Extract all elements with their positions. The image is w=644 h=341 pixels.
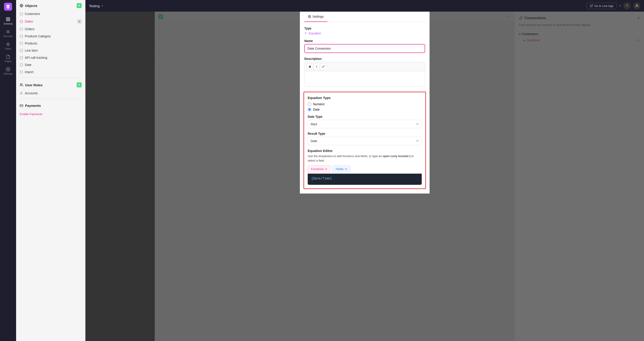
equation-editor-title: Equation Editor: [308, 149, 422, 153]
dates-collapse-button[interactable]: ▼: [77, 19, 82, 24]
accounts-icon: [20, 92, 23, 95]
svg-point-10: [20, 28, 23, 31]
svg-rect-3: [8, 20, 10, 21]
description-input[interactable]: [304, 71, 425, 87]
user-avatar[interactable]: [633, 2, 640, 9]
go-live-button[interactable]: Go to Live App: [586, 3, 617, 9]
sidebar-item-line-item[interactable]: Line Item: [16, 47, 85, 54]
svg-point-8: [20, 12, 23, 15]
sidebar-divider-1: [20, 77, 82, 77]
sidebar-item-schema[interactable]: Schema: [1, 15, 15, 27]
date-label: Date: [25, 63, 32, 67]
sidebar-item-tasks[interactable]: Tasks: [1, 40, 15, 52]
italic-button[interactable]: I: [314, 63, 320, 70]
objects-header-label: Objects: [25, 4, 37, 7]
date-type-select[interactable]: days months years hours minutes seconds: [308, 120, 422, 128]
enable-payments-link[interactable]: Enable Payments: [16, 110, 85, 118]
equation-section: Equation Type Numeric Date: [304, 92, 426, 189]
sidebar-item-orders[interactable]: Orders: [16, 25, 85, 33]
tab-settings[interactable]: Settings: [304, 12, 327, 22]
bold-button[interactable]: B: [307, 63, 313, 70]
name-section: Name: [304, 39, 425, 53]
sidebar-item-api-call-tracking[interactable]: API call tracking: [16, 54, 85, 61]
svg-point-14: [20, 56, 23, 59]
sidebar-item-dates[interactable]: Dates ▼: [16, 17, 85, 25]
date-icon: [20, 63, 23, 67]
sidebar-item-products[interactable]: Products: [16, 40, 85, 47]
svg-marker-4: [6, 42, 10, 46]
settings-label: Settings: [4, 72, 12, 75]
name-input[interactable]: [304, 44, 425, 53]
add-user-role-button[interactable]: +: [77, 82, 82, 87]
svg-rect-0: [6, 18, 8, 19]
sidebar-divider-2: [20, 98, 82, 99]
sidebar-item-import[interactable]: import: [16, 68, 85, 75]
sidebar-item-records[interactable]: Records: [1, 28, 15, 39]
description-label: Description: [304, 57, 425, 60]
result-type-subsection: Result Type Date Number Text: [308, 132, 422, 145]
functions-dropdown-button[interactable]: Functions: [308, 165, 330, 173]
fields-chevron-icon: [345, 168, 347, 170]
svg-point-11: [20, 35, 23, 38]
app-name: Testing: [89, 4, 100, 8]
products-label: Products: [25, 41, 37, 45]
description-section: Description B I: [304, 57, 425, 88]
type-value-link[interactable]: Equation: [304, 31, 425, 35]
user-roles-section-header: User Roles +: [16, 79, 85, 90]
import-icon: [20, 70, 23, 74]
external-link-icon: [590, 4, 593, 7]
sidebar-item-customers[interactable]: Customers: [16, 10, 85, 17]
sidebar-item-accounts[interactable]: Accounts: [16, 90, 85, 97]
payments-section-header: Payments: [16, 101, 85, 110]
sidebar-item-settings[interactable]: Settings: [1, 65, 15, 77]
svg-point-16: [20, 71, 23, 73]
line-item-label: Line Item: [25, 49, 38, 52]
api-tracking-label: API call tracking: [25, 56, 47, 59]
header-right: Go to Live App ▾ ?: [586, 2, 640, 9]
svg-point-9: [20, 20, 23, 23]
products-category-icon: [20, 35, 23, 38]
header-left: Testing ▾: [89, 4, 103, 8]
description-toolbar: B I: [304, 62, 425, 71]
svg-point-15: [20, 63, 23, 66]
equation-type-label: Equation Type: [308, 96, 422, 100]
records-label: Records: [4, 35, 13, 37]
sidebar-item-pages[interactable]: Pages: [1, 53, 15, 64]
line-item-icon: [20, 49, 23, 52]
modal-tab-bar: Settings: [300, 12, 430, 22]
svg-point-17: [20, 84, 22, 85]
equation-code-area[interactable]: {Date/Time}: [308, 174, 422, 185]
tasks-icon: [6, 42, 10, 46]
schema-icon: [6, 17, 10, 21]
svg-point-22: [636, 4, 637, 5]
equation-type-subsection: Equation Type Numeric Date: [308, 96, 422, 111]
date-type-subsection: Date Type days months years hours minute…: [308, 115, 422, 128]
app-logo[interactable]: [4, 3, 12, 11]
sidebar-item-date[interactable]: Date: [16, 61, 85, 68]
radio-numeric[interactable]: Numeric: [308, 102, 422, 106]
radio-numeric-input[interactable]: [308, 102, 311, 106]
records-icon: [6, 29, 10, 34]
app-chevron-icon[interactable]: ▾: [102, 4, 103, 7]
sidebar-item-products-category[interactable]: Products Category: [16, 33, 85, 40]
radio-date-input[interactable]: [308, 108, 311, 111]
fields-dropdown-button[interactable]: Fields: [332, 165, 350, 173]
customers-label: Customers: [25, 12, 40, 16]
pages-label: Pages: [4, 60, 12, 62]
products-icon: [20, 42, 23, 45]
orders-icon: [20, 27, 23, 31]
help-button[interactable]: ?: [624, 2, 630, 9]
link-button[interactable]: [320, 63, 326, 70]
result-type-select[interactable]: Date Number Text: [308, 137, 422, 145]
functions-chevron-icon: [325, 168, 327, 170]
svg-rect-1: [8, 18, 10, 19]
top-header: Testing ▾ Go to Live App ▾ ?: [86, 0, 644, 12]
radio-date[interactable]: Date: [308, 108, 422, 111]
svg-point-23: [309, 16, 310, 17]
pages-icon: [6, 54, 10, 59]
svg-point-5: [8, 69, 9, 70]
add-object-button[interactable]: +: [77, 3, 82, 8]
svg-point-12: [20, 42, 23, 45]
equation-toolbar: Functions Fields: [308, 165, 422, 173]
schema-label: Schema: [4, 22, 12, 25]
